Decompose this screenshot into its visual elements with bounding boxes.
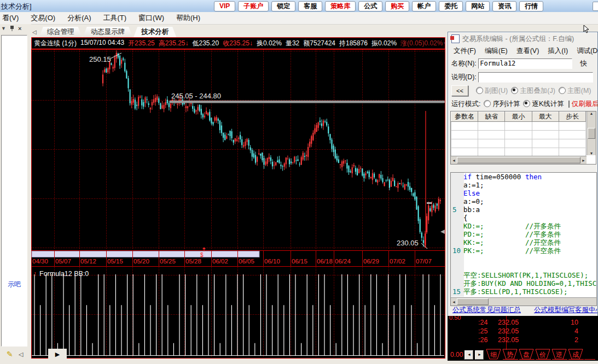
formula-name-input[interactable] <box>478 58 572 69</box>
param-col-最小[interactable]: 最小 <box>505 112 532 122</box>
help-link[interactable]: 公式模型编写客服中心 <box>534 306 598 315</box>
prev-icon[interactable]: ◁ <box>19 351 23 358</box>
code-line[interactable]: Else <box>451 189 596 197</box>
bottom-strip <box>448 361 598 364</box>
code-line[interactable]: { <box>451 214 596 222</box>
code-line[interactable]: 5bb:a <box>451 206 596 214</box>
tab-动态显示牌[interactable]: 动态显示牌 <box>83 27 133 37</box>
info-segment: 持185876 <box>339 39 368 48</box>
pencil-icon[interactable]: ✎ <box>7 350 13 359</box>
play-icon[interactable]: ▶ <box>48 349 67 360</box>
code-line[interactable]: KD:=; //开多条件 <box>451 222 596 230</box>
titlebar-button-子账户[interactable]: 子账户 <box>238 1 269 11</box>
param-col-最大[interactable]: 最大 <box>532 112 559 122</box>
code-line[interactable]: a:=0; <box>451 197 596 206</box>
titlebar-button-公式[interactable]: 公式 <box>358 1 382 11</box>
pin-icon[interactable] <box>9 25 15 32</box>
line-number: 10 <box>451 246 463 255</box>
quote-tab-scroll-left[interactable]: ◄ <box>465 350 473 360</box>
help-link[interactable]: 公式系统常见问题汇总 <box>452 306 521 315</box>
menu-item[interactable]: 分析(A) <box>67 13 91 23</box>
code-line[interactable] <box>451 255 596 263</box>
svg-text:05/28: 05/28 <box>185 258 201 265</box>
quote-tab-scroll-right[interactable]: ► <box>475 350 484 360</box>
formula-description-input[interactable] <box>478 72 593 83</box>
code-line[interactable]: 15平多:SELL(PD,1,THISCLOSE); <box>451 287 596 296</box>
chart-panel[interactable]: 黄金连续 (1分)15/07/10 04:43开235.25高235.25↓低2… <box>31 37 445 359</box>
code-line[interactable]: KK:=; //开空条件 <box>451 238 596 246</box>
svg-text:细: 细 <box>490 351 497 359</box>
collapse-button[interactable]: << <box>451 85 468 96</box>
param-hscrollbar[interactable]: ◄► <box>451 156 587 164</box>
param-vscrollbar[interactable]: ▲▼ <box>587 111 596 155</box>
tick-time: :25 <box>478 327 498 335</box>
param-row[interactable] <box>451 131 586 139</box>
sidebar-hint-link[interactable]: 示吧 <box>8 280 21 289</box>
editor-menu-item[interactable]: 调试(D) <box>577 46 598 56</box>
chart-type-radio[interactable] <box>559 87 566 94</box>
chart-type-label: 主图(M) <box>567 87 591 95</box>
code-line[interactable] <box>451 263 596 271</box>
run-mode-radio[interactable] <box>484 100 491 107</box>
code-editor[interactable]: if time=050000 thena:=1;Elsea:=0;5bb:a{K… <box>450 172 597 306</box>
run-mode-radio[interactable] <box>523 100 530 107</box>
code-line[interactable]: 平空:SELLSHORT(PK,1,THISCLOSE); <box>451 271 596 279</box>
code-line[interactable]: 开多:BUY(KD AND HOLDING=0,1,THISCLOS <box>451 279 596 287</box>
close-icon[interactable]: × <box>18 25 21 32</box>
tab-scroll-left-icon[interactable]: ◁ <box>32 29 37 35</box>
titlebar-button-购买[interactable]: 购买 <box>385 1 409 11</box>
menu-item[interactable]: 看(V) <box>2 13 19 23</box>
menu-item[interactable]: 工具(T) <box>103 13 126 23</box>
run-mode-label: 逐K线计算 <box>532 100 564 108</box>
code-text: KK:=; //开空条件 <box>463 238 561 246</box>
menu-item[interactable]: 帮助(H) <box>176 13 200 23</box>
param-col-缺省[interactable]: 缺省 <box>478 112 505 122</box>
titlebar-button-客服[interactable]: 客服 <box>298 1 322 11</box>
code-line[interactable]: if time=050000 then <box>451 173 596 181</box>
menu-item[interactable]: 窗口(W) <box>138 13 164 23</box>
quote-panel: 0.50 :24232.0510:25232.054:26232.052 0.0… <box>448 316 598 364</box>
chart-type-radio[interactable] <box>476 87 483 94</box>
titlebar-button-策略库[interactable]: 策略库 <box>325 1 356 11</box>
param-col-参数名[interactable]: 参数名 <box>451 112 478 122</box>
main-chart-svg[interactable]: 245.05 - 244.80250.15230.05$04/3005/0705… <box>31 37 445 359</box>
tab-技术分析[interactable]: 技术分析 <box>133 27 176 37</box>
info-segment: 额7527424 <box>303 39 335 48</box>
clock-icon[interactable]: ◔ <box>443 40 445 47</box>
partial-toolbar-icon[interactable] <box>593 2 598 11</box>
line-number: 15 <box>451 287 463 296</box>
titlebar-button-帐户[interactable]: 帐户 <box>412 1 436 11</box>
chart-type-radio[interactable] <box>511 87 518 94</box>
svg-text:05/20: 05/20 <box>133 258 149 265</box>
info-segment: 低235.20 <box>192 39 219 48</box>
menu-item[interactable]: 交易(O) <box>31 13 55 23</box>
refresh-last-label: 仅刷最后 <box>572 99 598 109</box>
tab-综合管理[interactable]: 综合管理 <box>39 27 82 37</box>
editor-menu-item[interactable]: 查看(V) <box>516 46 539 56</box>
editor-titlebar[interactable]: 交易系统编辑 - (所属公式组：F.自编) <box>448 32 597 45</box>
param-row[interactable] <box>451 139 586 148</box>
code-line[interactable]: a:=1; <box>451 181 596 189</box>
param-col-步长[interactable]: 步长 <box>559 112 585 122</box>
titlebar-button-VIP[interactable]: VIP <box>214 1 235 11</box>
code-line[interactable]: 10PK:=; //平空条件 <box>451 246 596 255</box>
titlebar-button-资讯[interactable]: 资讯 <box>492 1 516 11</box>
document-tab-bar: ◁ 综合管理动态显示牌技术分析 <box>31 24 446 37</box>
code-hscrollbar[interactable]: ◄ <box>451 297 596 306</box>
titlebar-button-网站[interactable]: 网站 <box>466 1 490 11</box>
info-segment: 振0.02% <box>371 39 397 48</box>
titlebar-button-行情[interactable]: 行情 <box>519 1 543 11</box>
param-row[interactable] <box>451 122 586 131</box>
tick-volume: 2 <box>574 336 598 344</box>
run-mode-label: 序列计算 <box>492 100 520 108</box>
quote-tabs[interactable]: 细势盘价逆成 <box>486 349 595 361</box>
editor-menu-item[interactable]: 插入(I) <box>548 46 568 56</box>
titlebar-button-委托[interactable]: 委托 <box>439 1 463 11</box>
code-line[interactable]: PD:=; //平多条件 <box>451 230 596 238</box>
titlebar-button-锁定[interactable]: 锁定 <box>271 1 295 11</box>
svg-text:06/02: 06/02 <box>212 258 228 265</box>
editor-menu-item[interactable]: 文件(F) <box>454 46 476 56</box>
refresh-last-checkbox[interactable] <box>568 101 570 108</box>
editor-menu-item[interactable]: 编辑(E) <box>485 46 508 56</box>
dropdown-icon[interactable]: ▼ <box>1 26 6 31</box>
